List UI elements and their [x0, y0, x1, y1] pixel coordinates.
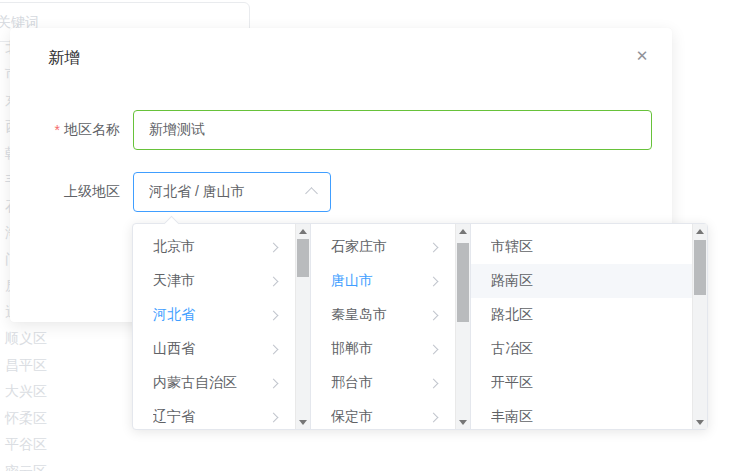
- cascader-node[interactable]: 市辖区: [471, 230, 692, 264]
- cascader-panel-rows: 石家庄市唐山市秦皇岛市邯郸市邢台市保定市: [311, 224, 455, 429]
- cascader-node[interactable]: 秦皇岛市: [311, 298, 455, 332]
- cascader-panel-cities: 石家庄市唐山市秦皇岛市邯郸市邢台市保定市: [311, 224, 471, 429]
- cascader-node-label: 唐山市: [331, 272, 422, 290]
- cascader-panel-provinces: 北京市天津市河北省山西省内蒙古自治区辽宁省: [133, 224, 311, 429]
- chevron-right-icon: [429, 242, 439, 252]
- cascader-node[interactable]: 路北区: [471, 298, 692, 332]
- cascader-panel-rows: 市辖区路南区路北区古冶区开平区丰南区: [471, 224, 692, 429]
- chevron-right-icon: [269, 242, 279, 252]
- background-list-item: 平谷区: [5, 435, 47, 454]
- cascader-node-label: 邢台市: [331, 374, 422, 392]
- cascader-node[interactable]: 河北省: [133, 298, 295, 332]
- cascader-node[interactable]: 邢台市: [311, 366, 455, 400]
- cascader-node[interactable]: 邯郸市: [311, 332, 455, 366]
- chevron-right-icon: [269, 310, 279, 320]
- cascader-node[interactable]: 石家庄市: [311, 230, 455, 264]
- chevron-right-icon: [269, 276, 279, 286]
- chevron-right-icon: [429, 412, 439, 422]
- close-icon[interactable]: ✕: [632, 46, 652, 66]
- chevron-right-icon: [429, 344, 439, 354]
- cascader-node-label: 丰南区: [491, 408, 674, 426]
- region-name-label: * 地区名称: [10, 110, 120, 150]
- cascader-node-label: 石家庄市: [331, 238, 422, 256]
- cascader-node-label: 内蒙古自治区: [153, 374, 262, 392]
- cascader-node-label: 辽宁省: [153, 408, 262, 426]
- cascader-node-label: 河北省: [153, 306, 262, 324]
- scrollbar[interactable]: [455, 224, 470, 429]
- background-list-item: 顺义区: [5, 329, 47, 348]
- cascader-node[interactable]: 辽宁省: [133, 400, 295, 429]
- scrollbar-up-icon[interactable]: [296, 224, 310, 238]
- cascader-node[interactable]: 北京市: [133, 230, 295, 264]
- region-name-input[interactable]: [133, 110, 652, 150]
- region-name-label-text: 地区名称: [64, 121, 120, 139]
- scrollbar[interactable]: [692, 224, 707, 429]
- chevron-right-icon: [269, 378, 279, 388]
- cascader-node[interactable]: 开平区: [471, 366, 692, 400]
- cascader-node-label: 开平区: [491, 374, 674, 392]
- cascader-node[interactable]: 丰南区: [471, 400, 692, 429]
- cascader-node-label: 路北区: [491, 306, 674, 324]
- scrollbar-down-icon[interactable]: [296, 415, 310, 429]
- required-asterisk: *: [55, 122, 60, 138]
- scrollbar-down-icon[interactable]: [456, 415, 470, 429]
- background-list-item: 大兴区: [5, 382, 47, 401]
- cascader-node-label: 保定市: [331, 408, 422, 426]
- cascader-node-label: 秦皇岛市: [331, 306, 422, 324]
- parent-region-cascader-input[interactable]: [133, 172, 331, 212]
- cascader-panel-rows: 北京市天津市河北省山西省内蒙古自治区辽宁省: [133, 224, 295, 429]
- cascader-node[interactable]: 唐山市: [311, 264, 455, 298]
- chevron-right-icon: [269, 412, 279, 422]
- parent-region-label: 上级地区: [10, 172, 120, 212]
- cascader-node[interactable]: 路南区: [471, 264, 692, 298]
- background-list-item: 昌平区: [5, 356, 47, 375]
- cascader-dropdown: 北京市天津市河北省山西省内蒙古自治区辽宁省 石家庄市唐山市秦皇岛市邯郸市邢台市保…: [132, 223, 708, 430]
- scrollbar-thumb[interactable]: [694, 240, 706, 295]
- scrollbar-thumb[interactable]: [297, 239, 309, 277]
- background-list-item: 密云区: [5, 462, 47, 471]
- cascader-node-label: 天津市: [153, 272, 262, 290]
- chevron-right-icon: [269, 344, 279, 354]
- chevron-right-icon: [429, 310, 439, 320]
- cascader-node[interactable]: 山西省: [133, 332, 295, 366]
- cascader-node-label: 邯郸市: [331, 340, 422, 358]
- cascader-node[interactable]: 保定市: [311, 400, 455, 429]
- cascader-node-label: 路南区: [491, 272, 674, 290]
- parent-region-label-text: 上级地区: [64, 183, 120, 201]
- scrollbar-up-icon[interactable]: [693, 224, 707, 238]
- scrollbar[interactable]: [295, 224, 310, 429]
- cascader-node[interactable]: 古冶区: [471, 332, 692, 366]
- scrollbar-thumb[interactable]: [457, 243, 469, 322]
- cascader-node-label: 北京市: [153, 238, 262, 256]
- chevron-right-icon: [429, 276, 439, 286]
- background-list-item: 怀柔区: [5, 409, 47, 428]
- scrollbar-down-icon[interactable]: [693, 415, 707, 429]
- cascader-node-label: 古冶区: [491, 340, 674, 358]
- cascader-node-label: 市辖区: [491, 238, 674, 256]
- cascader-node[interactable]: 天津市: [133, 264, 295, 298]
- cascader-node[interactable]: 内蒙古自治区: [133, 366, 295, 400]
- chevron-right-icon: [429, 378, 439, 388]
- dialog-title: 新增: [48, 46, 80, 70]
- cascader-node-label: 山西省: [153, 340, 262, 358]
- scrollbar-up-icon[interactable]: [456, 224, 470, 238]
- cascader-panel-districts: 市辖区路南区路北区古冶区开平区丰南区: [471, 224, 707, 429]
